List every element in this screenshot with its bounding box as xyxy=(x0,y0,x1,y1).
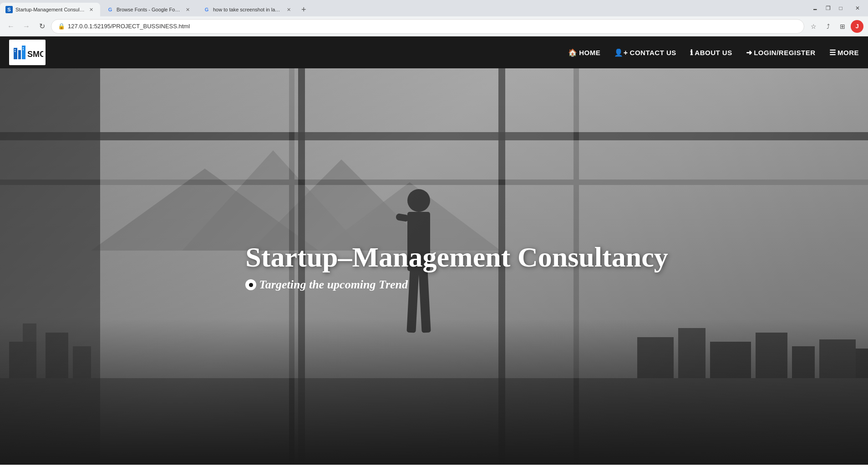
bookmark-button[interactable]: ☆ xyxy=(807,20,820,33)
tab-2[interactable]: G Browse Fonts - Google Fonts ✕ xyxy=(101,3,197,16)
new-tab-button[interactable]: + xyxy=(298,3,310,16)
hero-subtitle: Targeting the upcoming Trend xyxy=(245,278,668,292)
browser-window: S Startup-Management Consultan... ✕ G Br… xyxy=(0,0,868,36)
split-screen-button[interactable]: ⊞ xyxy=(836,20,849,33)
svg-point-32 xyxy=(407,189,430,212)
navbar: SMC 🏠 HOME 👤+ CONTACT US ℹ ABOUT US ➜ LO… xyxy=(0,36,868,68)
svg-text:SMC: SMC xyxy=(27,50,43,59)
nav-contact[interactable]: 👤+ CONTACT US xyxy=(614,48,676,57)
tab-3[interactable]: G how to take screenshot in lapto... ✕ xyxy=(198,3,298,16)
nav-more[interactable]: ☰ MORE xyxy=(829,48,859,57)
nav-about[interactable]: ℹ ABOUT US xyxy=(690,48,732,57)
minimize-button[interactable]: 🗕 xyxy=(809,2,822,15)
contact-icon: 👤+ xyxy=(614,48,628,57)
tab1-favicon: S xyxy=(5,6,13,13)
target-inner xyxy=(249,283,253,287)
tab1-close[interactable]: ✕ xyxy=(87,6,95,13)
close-button[interactable]: ✕ xyxy=(847,2,868,15)
website-content: SMC 🏠 HOME 👤+ CONTACT US ℹ ABOUT US ➜ LO… xyxy=(0,36,868,465)
tab3-title: how to take screenshot in lapto... xyxy=(213,7,282,12)
svg-rect-5 xyxy=(15,51,15,52)
nav-contact-label: CONTACT US xyxy=(630,49,676,56)
tab3-close[interactable]: ✕ xyxy=(285,6,292,13)
toolbar-icons: ☆ ⤴ ⊞ J xyxy=(807,20,863,33)
menu-icon: ☰ xyxy=(829,48,836,57)
url-text: 127.0.0.1:52195/PROJECT_BUSSINESS.html xyxy=(68,23,797,30)
target-icon xyxy=(245,279,256,290)
hero-content: Startup–Management Consultancy Targeting… xyxy=(245,241,668,292)
city-overlay xyxy=(0,319,868,465)
maximize-button[interactable]: □ xyxy=(834,2,847,15)
svg-rect-7 xyxy=(23,49,24,50)
nav-more-label: MORE xyxy=(838,49,859,56)
nav-about-label: ABOUT US xyxy=(695,49,732,56)
nav-home[interactable]: 🏠 HOME xyxy=(568,48,601,57)
login-icon: ➜ xyxy=(746,48,752,57)
back-button[interactable]: ← xyxy=(5,20,17,33)
tab2-close[interactable]: ✕ xyxy=(184,6,191,13)
lock-icon: 🔒 xyxy=(58,23,65,30)
svg-rect-4 xyxy=(15,49,15,50)
hero-section: Startup–Management Consultancy Targeting… xyxy=(0,68,868,465)
logo[interactable]: SMC xyxy=(9,40,46,65)
nav-links: 🏠 HOME 👤+ CONTACT US ℹ ABOUT US ➜ LOGIN/… xyxy=(55,48,859,57)
svg-rect-6 xyxy=(23,47,24,48)
home-icon: 🏠 xyxy=(568,48,578,57)
forward-button[interactable]: → xyxy=(20,20,33,33)
tab1-title: Startup-Management Consultan... xyxy=(15,7,85,12)
svg-rect-19 xyxy=(0,132,868,140)
profile-avatar[interactable]: J xyxy=(851,20,863,33)
info-icon: ℹ xyxy=(690,48,693,57)
tab2-favicon: G xyxy=(107,6,114,13)
hero-subtitle-text: Targeting the upcoming Trend xyxy=(259,278,408,292)
nav-login[interactable]: ➜ LOGIN/REGISTER xyxy=(746,48,816,57)
reload-button[interactable]: ↻ xyxy=(36,20,48,33)
share-button[interactable]: ⤴ xyxy=(822,20,834,33)
svg-rect-2 xyxy=(18,50,21,59)
hero-title: Startup–Management Consultancy xyxy=(245,241,668,272)
window-controls: 🗕 ❐ □ ✕ xyxy=(809,3,868,16)
restore-button[interactable]: ❐ xyxy=(822,2,834,15)
address-bar[interactable]: 🔒 127.0.0.1:52195/PROJECT_BUSSINESS.html xyxy=(51,19,804,34)
tab3-favicon: G xyxy=(203,6,210,13)
tab2-title: Browse Fonts - Google Fonts xyxy=(117,7,181,12)
nav-login-label: LOGIN/REGISTER xyxy=(754,49,815,56)
nav-home-label: HOME xyxy=(579,49,600,56)
logo-svg: SMC xyxy=(11,41,43,64)
tab-1[interactable]: S Startup-Management Consultan... ✕ xyxy=(0,3,100,16)
